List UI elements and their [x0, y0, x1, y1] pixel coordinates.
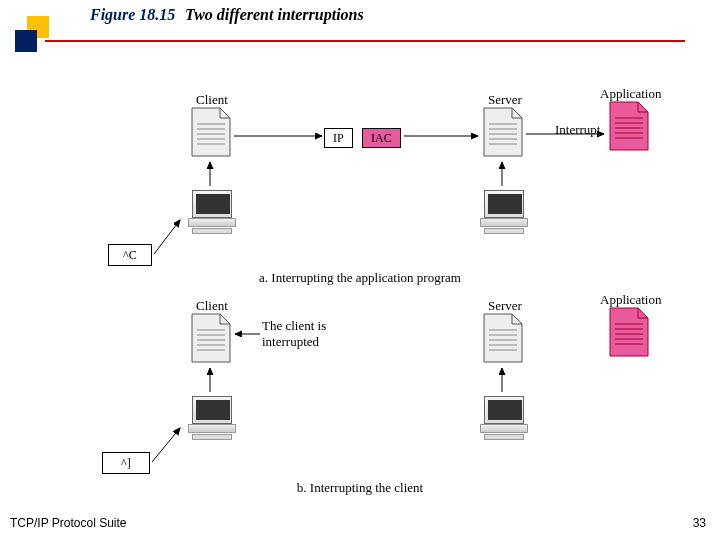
figure-title: Two different interruptions: [185, 6, 364, 24]
footer-book-title: TCP/IP Protocol Suite: [10, 516, 127, 530]
figure-number: Figure 18.15: [90, 6, 175, 24]
page-number: 33: [693, 516, 706, 530]
arrows-b: [0, 306, 720, 486]
svg-line-39: [152, 428, 180, 462]
svg-line-20: [154, 220, 180, 254]
caption-b: b. Interrupting the client: [0, 480, 720, 496]
caption-a: a. Interrupting the application program: [0, 270, 720, 286]
arrows-a: [0, 100, 720, 270]
